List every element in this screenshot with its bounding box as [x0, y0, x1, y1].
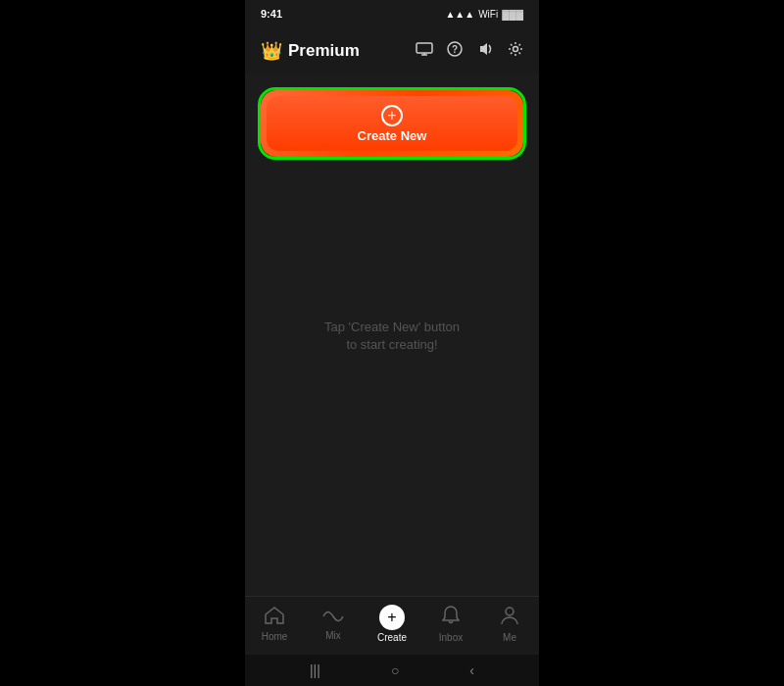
settings-icon[interactable] — [508, 41, 523, 61]
status-bar: 9:41 ▲▲▲ WiFi ▓▓▓ — [245, 0, 539, 27]
svg-rect-0 — [416, 43, 432, 53]
system-nav: ||| ○ ‹ — [245, 655, 539, 686]
wifi-icon: WiFi — [478, 9, 498, 20]
create-new-button[interactable]: + Create New — [267, 96, 517, 151]
create-new-label: Create New — [358, 128, 427, 143]
nav-item-inbox[interactable]: Inbox — [427, 606, 474, 643]
plus-circle-icon: + — [381, 105, 403, 126]
signal-icon: ▲▲▲ — [445, 9, 474, 20]
me-icon — [501, 606, 518, 630]
create-new-wrapper: + Create New — [261, 90, 523, 157]
inbox-label: Inbox — [439, 632, 463, 643]
left-black-area — [0, 0, 245, 686]
brand-area: 👑 Premium — [261, 40, 360, 62]
empty-state-text: Tap 'Create New' button to start creatin… — [324, 319, 460, 352]
nav-item-create[interactable]: + Create — [368, 605, 416, 643]
status-time: 9:41 — [261, 8, 282, 20]
mix-label: Mix — [325, 630, 341, 641]
right-black-area — [539, 0, 784, 686]
nav-item-home[interactable]: Home — [251, 607, 298, 642]
home-label: Home — [262, 631, 288, 642]
crown-icon: 👑 — [261, 40, 282, 62]
main-content: + Create New Tap 'Create New' button to … — [245, 74, 539, 596]
empty-state: Tap 'Create New' button to start creatin… — [318, 318, 466, 353]
me-label: Me — [503, 632, 516, 643]
status-icons: ▲▲▲ WiFi ▓▓▓ — [445, 9, 523, 20]
battery-icon: ▓▓▓ — [502, 9, 523, 20]
app-header: 👑 Premium ? — [245, 27, 539, 74]
nav-item-me[interactable]: Me — [486, 606, 533, 643]
svg-point-7 — [506, 608, 514, 615]
inbox-icon — [442, 606, 460, 630]
back-button-icon[interactable]: ‹ — [469, 662, 474, 678]
svg-text:?: ? — [452, 44, 458, 55]
svg-point-6 — [514, 47, 518, 52]
bottom-nav: Home Mix + Create Inbox — [245, 596, 539, 655]
mix-icon — [322, 608, 344, 628]
create-plus-icon: + — [379, 605, 405, 630]
audio-icon[interactable] — [476, 42, 494, 60]
home-button-icon[interactable]: ○ — [391, 662, 399, 678]
help-icon[interactable]: ? — [447, 41, 463, 61]
create-label: Create — [377, 632, 407, 643]
svg-marker-5 — [480, 43, 487, 55]
header-actions: ? — [416, 41, 523, 61]
brand-text: Premium — [288, 41, 360, 61]
recent-apps-icon[interactable]: ||| — [310, 662, 320, 678]
home-icon — [265, 607, 284, 629]
phone-frame: 9:41 ▲▲▲ WiFi ▓▓▓ 👑 Premium ? — [245, 0, 539, 686]
nav-item-mix[interactable]: Mix — [310, 608, 357, 641]
monitor-icon[interactable] — [416, 42, 433, 60]
